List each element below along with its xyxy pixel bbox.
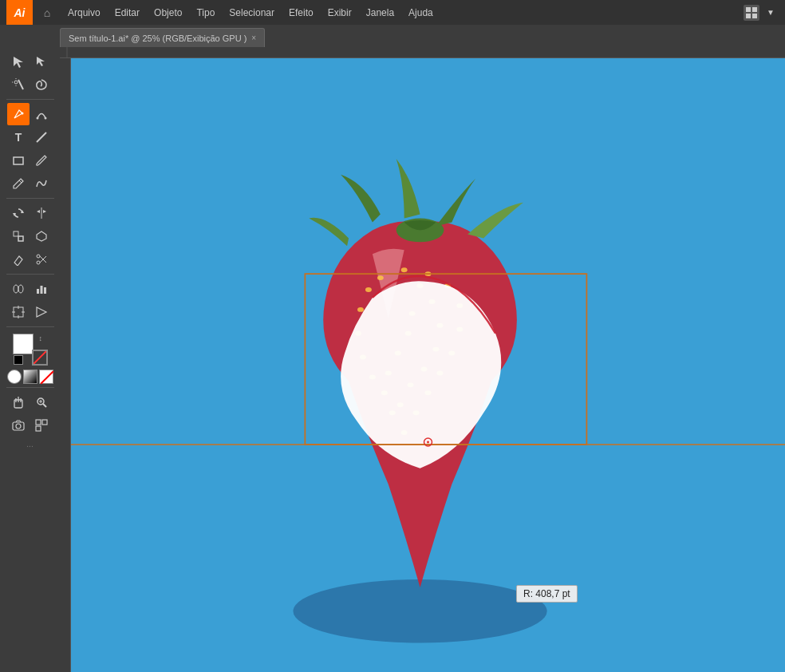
scale-row: [7, 225, 53, 247]
reflect-tool[interactable]: [30, 202, 53, 224]
svg-rect-0: [746, 7, 751, 12]
menu-tipo[interactable]: Tipo: [190, 4, 221, 22]
svg-rect-16: [14, 157, 23, 164]
svg-rect-33: [41, 286, 43, 294]
swap-colors-button[interactable]: ↕: [39, 334, 47, 342]
scissors-tool[interactable]: [30, 248, 53, 271]
svg-point-30: [14, 285, 18, 293]
selection-rectangle: [71, 58, 785, 672]
color-mode-row: [7, 370, 53, 384]
menu-objeto[interactable]: Objeto: [148, 4, 188, 22]
rectangle-tool[interactable]: [7, 149, 30, 172]
menu-arquivo[interactable]: Arquivo: [61, 4, 107, 22]
artboard[interactable]: R: 408,7 pt: [71, 58, 785, 672]
svg-marker-21: [37, 210, 40, 213]
type-tool[interactable]: T: [7, 126, 30, 148]
default-colors-button[interactable]: [14, 355, 23, 365]
workspace-dropdown-icon[interactable]: ▼: [763, 5, 779, 21]
fill-swatch[interactable]: [13, 334, 34, 354]
svg-point-13: [37, 117, 39, 120]
svg-rect-3: [752, 14, 757, 18]
svg-rect-24: [18, 236, 23, 241]
wand-lasso-row: [7, 73, 53, 96]
rotate-tool[interactable]: [7, 202, 30, 224]
pen-tool-row: [7, 103, 53, 125]
menu-efeito[interactable]: Efeito: [282, 4, 320, 22]
more-tools-label: ...: [26, 440, 33, 449]
svg-point-7: [14, 81, 18, 84]
line-tool[interactable]: [30, 126, 53, 148]
radius-tooltip: R: 408,7 pt: [516, 585, 578, 603]
workspace-grid-icon[interactable]: [744, 5, 759, 21]
blend-tool[interactable]: [7, 278, 30, 300]
smooth-tool[interactable]: [30, 172, 53, 195]
tool-separator-2: [6, 198, 54, 199]
magic-wand-tool[interactable]: [7, 73, 30, 96]
ruler-top: [60, 47, 785, 58]
menu-editar[interactable]: Editar: [108, 4, 146, 22]
more-tools-button[interactable]: ...: [6, 437, 54, 450]
tool-separator-5: [6, 387, 54, 388]
pencil-row: [7, 172, 53, 195]
selection-tool-row: [7, 50, 53, 73]
svg-rect-1: [752, 7, 757, 12]
document-tab[interactable]: Sem título-1.ai* @ 25% (RGB/Exibição GPU…: [60, 28, 265, 47]
menu-janela[interactable]: Janela: [360, 4, 400, 22]
home-button[interactable]: ⌂: [37, 3, 57, 22]
eraser-row: [7, 248, 53, 271]
menu-ajuda[interactable]: Ajuda: [402, 4, 440, 22]
workspace-controls: ▼: [744, 5, 779, 21]
hand-tool[interactable]: [7, 391, 30, 413]
menu-selecionar[interactable]: Selecionar: [223, 4, 281, 22]
gradient-button[interactable]: [23, 370, 37, 384]
column-graph-tool[interactable]: [30, 278, 53, 300]
pencil-tool[interactable]: [7, 172, 30, 195]
left-toolbar: T: [0, 47, 60, 672]
scale-tool[interactable]: [7, 225, 30, 247]
tool-separator-1: [6, 99, 54, 100]
svg-rect-23: [14, 231, 18, 236]
color-swatches[interactable]: ↕: [13, 334, 48, 366]
camera-tool[interactable]: [7, 414, 30, 437]
svg-marker-22: [43, 210, 46, 213]
svg-rect-46: [36, 420, 41, 425]
svg-line-17: [19, 180, 22, 183]
shaper-tool[interactable]: [30, 225, 53, 247]
lasso-tool[interactable]: [30, 73, 53, 96]
solid-color-button[interactable]: [7, 370, 22, 384]
tab-bar: Sem título-1.ai* @ 25% (RGB/Exibição GPU…: [0, 25, 785, 47]
canvas-area[interactable]: R: 408,7 pt: [60, 47, 785, 672]
svg-point-14: [45, 117, 47, 120]
svg-point-26: [37, 255, 40, 258]
stroke-none-indicator: [34, 351, 46, 364]
curvature-tool[interactable]: [30, 103, 53, 125]
blend-row: [7, 278, 53, 300]
eraser-tool[interactable]: [7, 248, 30, 271]
stroke-swatch[interactable]: [32, 350, 48, 366]
type-line-row: T: [7, 126, 53, 148]
svg-marker-5: [37, 57, 45, 66]
svg-marker-4: [14, 57, 23, 68]
svg-rect-32: [37, 289, 39, 294]
artboard-tool[interactable]: [7, 301, 30, 323]
extras-tool[interactable]: [30, 414, 53, 437]
selection-tool[interactable]: [7, 50, 30, 73]
camera-row: [7, 414, 53, 437]
svg-line-41: [43, 404, 46, 407]
direct-selection-tool[interactable]: [30, 50, 53, 73]
paintbrush-tool[interactable]: [30, 149, 53, 172]
svg-point-12: [22, 113, 24, 115]
svg-rect-82: [305, 274, 586, 445]
menu-exibir[interactable]: Exibir: [321, 4, 358, 22]
zoom-tool[interactable]: [30, 391, 53, 413]
svg-rect-2: [746, 14, 751, 18]
no-color-button[interactable]: [39, 370, 53, 384]
rect-brush-row: [7, 149, 53, 172]
slice-tool[interactable]: [30, 301, 53, 323]
svg-point-85: [427, 441, 429, 443]
svg-rect-34: [44, 287, 46, 294]
title-bar: Ai ⌂ Arquivo Editar Objeto Tipo Selecion…: [0, 0, 785, 25]
pen-tool[interactable]: [7, 103, 30, 125]
ai-logo: Ai: [6, 0, 33, 25]
tab-close-button[interactable]: ×: [251, 34, 256, 42]
